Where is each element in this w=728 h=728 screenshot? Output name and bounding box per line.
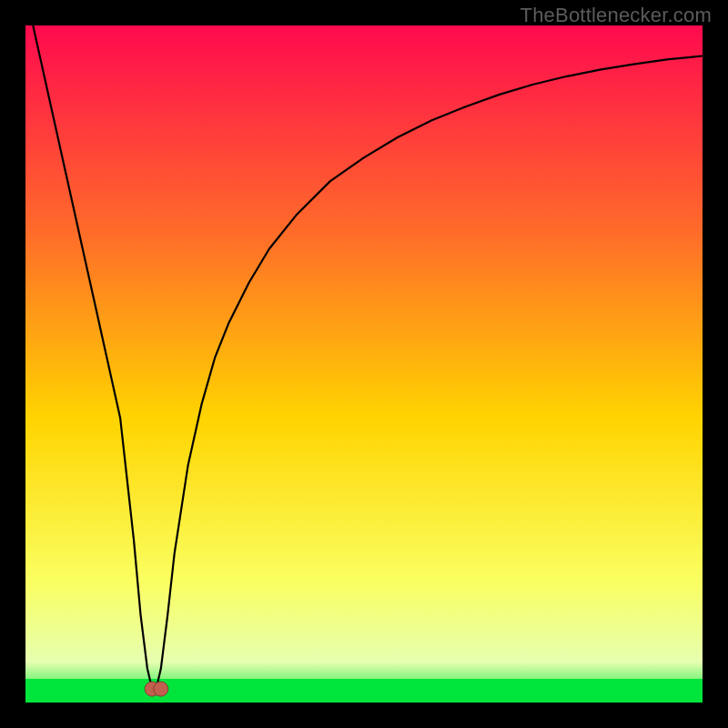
optimum-marker-1 bbox=[154, 682, 168, 696]
bottleneck-chart bbox=[25, 25, 703, 703]
gradient-background bbox=[25, 25, 703, 703]
watermark-text: TheBottlenecker.com bbox=[521, 4, 712, 27]
optimum-markers bbox=[145, 682, 168, 696]
green-baseline-band bbox=[25, 679, 703, 703]
chart-frame: TheBottlenecker.com bbox=[0, 0, 728, 728]
